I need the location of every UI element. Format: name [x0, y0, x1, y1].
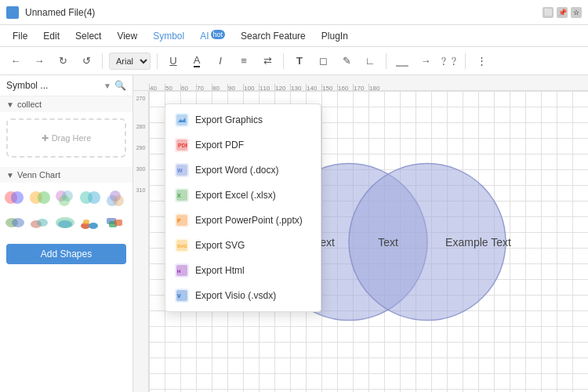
ai-badge: hot: [211, 30, 226, 39]
add-shapes-button[interactable]: Add Shapes: [6, 244, 126, 264]
toolbar-sep-4: [386, 53, 387, 69]
shape-item[interactable]: [103, 211, 127, 234]
dashed-button[interactable]: ﹖﹖: [440, 52, 459, 71]
menu-plugin[interactable]: PlugIn: [315, 29, 354, 43]
svg-rect-20: [83, 220, 89, 224]
italic-button[interactable]: I: [211, 52, 230, 71]
line-style-button[interactable]: ⎯⎯: [393, 52, 412, 71]
align-button[interactable]: ≡: [234, 52, 253, 71]
svg-text:P: P: [177, 218, 181, 223]
font-selector[interactable]: Arial: [109, 53, 151, 70]
undo-button[interactable]: ↻: [53, 52, 72, 71]
export-html-label: Export Html: [195, 265, 245, 276]
menu-ai[interactable]: AIhot: [194, 29, 231, 43]
section-venn[interactable]: ▼ Venn Chart: [0, 167, 132, 183]
fill-button[interactable]: ◻: [314, 52, 332, 71]
export-excel-item[interactable]: X Export Excel (.xlsx): [165, 183, 321, 208]
arrow-button[interactable]: →: [416, 52, 435, 71]
svg-point-19: [89, 223, 98, 229]
more-button[interactable]: ⋮: [472, 52, 491, 71]
menu-select[interactable]: Select: [69, 29, 107, 43]
section-collect[interactable]: ▼ collect: [0, 96, 132, 112]
export-graphics-item[interactable]: Export Graphics: [165, 107, 321, 132]
drag-area[interactable]: ✚ Drag Here: [6, 118, 126, 158]
shape-item[interactable]: [28, 211, 52, 234]
ruler-mark: 170: [353, 84, 368, 90]
ruler-mark: 100: [243, 84, 259, 90]
shape-item[interactable]: [103, 186, 127, 209]
ruler-marks: 40 50 60 70 80 90 100 110 120 130 140 15…: [133, 75, 588, 90]
sidebar-expand-icon[interactable]: ▼: [103, 82, 111, 90]
underline-button[interactable]: U: [164, 52, 183, 71]
ruler-mark: 160: [337, 84, 353, 90]
star-button[interactable]: ☆: [571, 7, 582, 18]
menu-search[interactable]: Search Feature: [234, 29, 312, 43]
export-dropdown: Export Graphics PDF Export PDF W Export …: [165, 103, 321, 312]
app-icon: [6, 6, 19, 19]
shape-item[interactable]: [53, 186, 77, 209]
shape-item[interactable]: [78, 186, 102, 209]
shape-item[interactable]: [3, 186, 27, 209]
export-svg-label: Export SVG: [195, 240, 245, 251]
ruler-mark: 150: [321, 84, 337, 90]
excel-icon: X: [175, 188, 189, 202]
shape-item[interactable]: [53, 211, 77, 234]
forward-button[interactable]: →: [30, 52, 49, 71]
canvas-area[interactable]: 40 50 60 70 80 90 100 110 120 130 140 15…: [133, 75, 588, 392]
shapes-grid: [0, 183, 132, 238]
pencil-button[interactable]: ✎: [337, 52, 356, 71]
text-color-button[interactable]: A: [187, 52, 206, 71]
menu-view[interactable]: View: [111, 29, 143, 43]
svg-icon: SVG: [175, 238, 189, 252]
export-html-item[interactable]: H Export Html: [165, 258, 321, 283]
svg-point-15: [37, 219, 48, 227]
main-layout: Symbol ... ▼ 🔍 ▼ collect ✚ Drag Here ▼ V…: [0, 75, 588, 392]
svg-text:W: W: [177, 168, 183, 173]
menu-file[interactable]: File: [6, 29, 34, 43]
menu-symbol[interactable]: Symbol: [147, 29, 191, 43]
svg-text:PDF: PDF: [178, 143, 187, 148]
ruler-mark: 70: [196, 84, 212, 90]
redo-button[interactable]: ↺: [77, 52, 96, 71]
ruler-mark: 40: [149, 84, 165, 90]
shape-item[interactable]: [78, 211, 102, 234]
word-icon: W: [175, 163, 189, 177]
ruler-mark: 60: [180, 84, 196, 90]
toolbar: ← → ↻ ↺ Arial U A I ≡ ⇄ T ◻ ✎ ∟ ⎯⎯ → ﹖﹖ …: [0, 47, 588, 75]
align-options-button[interactable]: ⇄: [258, 52, 277, 71]
shape-item[interactable]: [3, 211, 27, 234]
export-word-item[interactable]: W Export Word (.docx): [165, 158, 321, 183]
export-pdf-label: Export PDF: [195, 140, 244, 151]
shape-item[interactable]: [28, 186, 52, 209]
section-venn-arrow: ▼: [6, 171, 14, 180]
sidebar-title: Symbol ...: [6, 80, 100, 91]
ruler-mark: 90: [227, 84, 243, 90]
svg-point-3: [38, 191, 50, 204]
back-button[interactable]: ←: [6, 52, 25, 71]
svg-text:X: X: [177, 193, 181, 198]
menu-bar: File Edit Select View Symbol AIhot Searc…: [0, 25, 588, 47]
sidebar: Symbol ... ▼ 🔍 ▼ collect ✚ Drag Here ▼ V…: [0, 75, 133, 392]
svg-text:H: H: [177, 269, 180, 274]
menu-edit[interactable]: Edit: [37, 29, 66, 43]
export-pdf-item[interactable]: PDF Export PDF: [165, 132, 321, 158]
ruler-left: 270 280 290 300 310: [133, 91, 149, 392]
section-collect-label: collect: [17, 100, 42, 109]
export-svg-item[interactable]: SVG Export SVG: [165, 233, 321, 258]
sidebar-search-icon[interactable]: 🔍: [114, 80, 126, 91]
toolbar-sep-3: [283, 53, 284, 69]
pin-button[interactable]: 📌: [557, 7, 568, 18]
angle-button[interactable]: ∟: [361, 52, 379, 71]
html-icon: H: [175, 263, 189, 278]
graphics-icon: [175, 113, 189, 127]
svg-point-11: [113, 195, 124, 206]
text-button[interactable]: T: [290, 52, 309, 71]
export-word-label: Export Word (.docx): [195, 165, 278, 176]
export-visio-item[interactable]: V Export Visio (.vsdx): [165, 283, 321, 308]
tab-indicator: ⬜: [543, 7, 554, 18]
export-ppt-item[interactable]: P Export PowerPoint (.pptx): [165, 208, 321, 233]
export-graphics-label: Export Graphics: [195, 114, 263, 125]
sidebar-header: Symbol ... ▼ 🔍: [0, 75, 132, 96]
svg-point-17: [58, 220, 72, 228]
ruler-mark: 80: [212, 84, 227, 90]
